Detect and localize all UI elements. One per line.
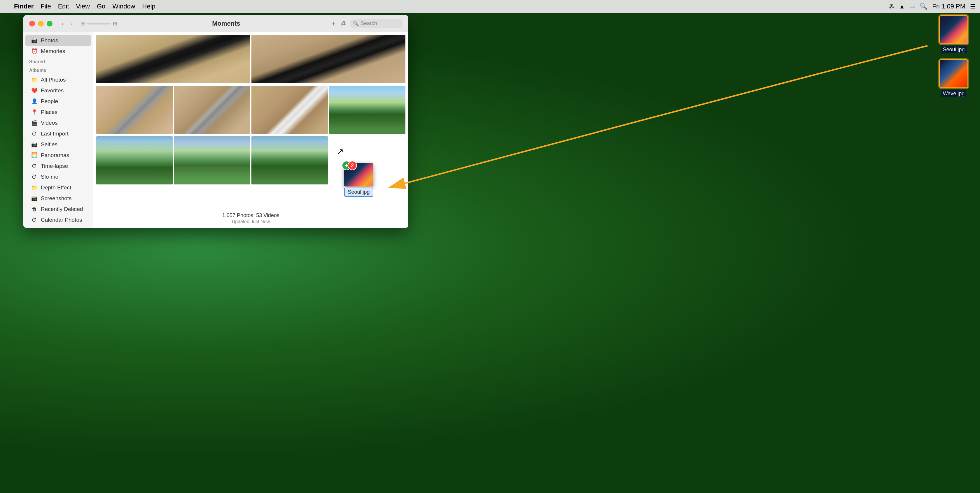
status-bar: 1,057 Photos, 53 Videos Updated Just Now [93, 209, 408, 228]
sidebar-videos-label: Videos [41, 120, 58, 126]
drag-label: Seoul.jpg [344, 188, 373, 197]
sidebar-item-depth-effect[interactable]: 📁 Depth Effect [25, 182, 91, 193]
toolbar-right: ＋ ⎙ 🔍 Search [331, 19, 402, 28]
sidebar-item-last-import[interactable]: ⏱ Last Import [25, 128, 91, 139]
movies-icon: ⏱ [31, 227, 38, 228]
clock: Fri 1:09 PM [932, 3, 966, 10]
sidebar-item-people[interactable]: 👤 People [25, 96, 91, 107]
menu-finder[interactable]: Finder [14, 3, 33, 10]
sidebar-item-time-lapse[interactable]: ⏱ Time-lapse [25, 161, 91, 171]
nav-arrows: ‹ › [58, 19, 76, 28]
wifi-icon[interactable]: ▲ [899, 3, 905, 10]
photo-tree-path-3[interactable] [251, 136, 328, 184]
sidebar-item-memories[interactable]: ⏰ Memories [25, 46, 91, 57]
menu-window[interactable]: Window [112, 3, 135, 10]
sidebar-slo-mo-label: Slo-mo [41, 174, 58, 180]
albums-section-label: Albums [23, 65, 93, 74]
zoom-slider[interactable] [87, 23, 111, 24]
photo-cable-coil[interactable] [96, 86, 173, 134]
menu-view[interactable]: View [76, 3, 90, 10]
sidebar-recently-deleted-label: Recently Deleted [41, 206, 83, 212]
sidebar-item-calendar-photos[interactable]: ⏱ Calendar Photos [25, 215, 91, 225]
sidebar-item-movies[interactable]: ⏱ Movies [25, 225, 91, 228]
window-controls [29, 21, 52, 27]
maximize-button[interactable] [47, 21, 52, 27]
add-button[interactable]: ＋ [331, 19, 337, 28]
all-photos-icon: 📁 [31, 76, 38, 83]
menu-file[interactable]: File [41, 3, 51, 10]
wave-label: Wave.jpg [941, 90, 966, 97]
photo-adapter[interactable] [251, 86, 328, 134]
window-title: Moments [122, 20, 331, 27]
window-titlebar: ‹ › ⊞ ⊟ Moments ＋ ⎙ 🔍 Search [23, 15, 408, 32]
search-icon: 🔍 [353, 21, 359, 26]
view-controls: ⊞ ⊟ [81, 21, 117, 27]
time-lapse-icon: ⏱ [31, 163, 38, 170]
search-box[interactable]: 🔍 Search [350, 19, 402, 28]
sidebar-people-label: People [41, 98, 58, 105]
sidebar-item-videos[interactable]: 🎬 Videos [25, 118, 91, 128]
selfies-icon: 📷 [31, 141, 38, 148]
sidebar-favorites-label: Favorites [41, 87, 64, 94]
sidebar-depth-effect-label: Depth Effect [41, 184, 71, 191]
videos-icon: 🎬 [31, 119, 38, 127]
sidebar-item-panoramas[interactable]: 🌅 Panoramas [25, 150, 91, 160]
seoul-label: Seoul.jpg [941, 46, 966, 53]
desktop-icon-seoul[interactable]: Seoul.jpg [936, 15, 971, 53]
forward-button[interactable]: › [68, 19, 76, 28]
sidebar-screenshots-label: Screenshots [41, 195, 72, 201]
sidebar-item-places[interactable]: 📍 Places [25, 107, 91, 117]
control-center-icon[interactable]: ☰ [970, 3, 975, 10]
sidebar-selfies-label: Selfies [41, 141, 57, 148]
menu-go[interactable]: Go [97, 3, 105, 10]
grid-icon: ⊞ [81, 21, 85, 27]
sidebar-item-slo-mo[interactable]: ⏱ Slo-mo [25, 171, 91, 182]
zoom-out-icon: ⊟ [113, 21, 117, 27]
photo-count: 1,057 Photos, 53 Videos [97, 212, 405, 219]
screenshots-icon: 📸 [31, 195, 38, 202]
desktop-items: Seoul.jpg Wave.jpg [936, 15, 971, 97]
photo-phone-right[interactable] [251, 35, 406, 83]
sidebar-item-selfies[interactable]: 📷 Selfies [25, 139, 91, 150]
photo-phone-left[interactable] [96, 35, 250, 83]
seoul-thumbnail [939, 15, 968, 44]
sidebar-item-favorites[interactable]: ❤️ Favorites [25, 86, 91, 96]
photo-tree-path-2[interactable] [174, 136, 250, 184]
search-icon[interactable]: 🔍 [920, 3, 928, 10]
sidebar-item-screenshots[interactable]: 📸 Screenshots [25, 193, 91, 204]
photos-icon: 📷 [31, 37, 38, 44]
share-button[interactable]: ⎙ [342, 20, 345, 27]
photo-row-2 [96, 86, 406, 135]
sidebar-time-lapse-label: Time-lapse [41, 163, 68, 169]
sidebar-calendar-photos-label: Calendar Photos [41, 217, 82, 223]
back-button[interactable]: ‹ [58, 19, 67, 28]
close-button[interactable] [29, 21, 35, 27]
minimize-button[interactable] [38, 21, 44, 27]
sidebar-item-all-photos[interactable]: 📁 All Photos [25, 75, 91, 85]
sidebar-memories-label: Memories [41, 48, 65, 54]
sidebar-photos-label: Photos [41, 37, 58, 44]
wave-image [940, 60, 967, 87]
bluetooth-icon[interactable]: ⁂ [889, 3, 894, 10]
calendar-photos-icon: ⏱ [31, 217, 38, 224]
people-icon: 👤 [31, 98, 38, 105]
menu-help[interactable]: Help [142, 3, 156, 10]
sidebar-item-recently-deleted[interactable]: 🗑 Recently Deleted [25, 204, 91, 214]
panoramas-icon: 🌅 [31, 152, 38, 159]
wave-thumbnail [939, 59, 968, 88]
sidebar-item-photos[interactable]: 📷 Photos [25, 35, 91, 46]
drag-icon: + 2 Seoul.jpg [344, 163, 373, 197]
photo-cables-two[interactable] [174, 86, 250, 134]
drag-count-badge: 2 [348, 161, 357, 170]
sidebar: 📷 Photos ⏰ Memories Shared Albums 📁 All … [23, 32, 93, 228]
slo-mo-icon: ⏱ [31, 173, 38, 180]
photo-tree-right[interactable] [329, 86, 406, 134]
photo-row-1 [96, 35, 406, 84]
menu-bar: Finder File Edit View Go Window Help ⁂ ▲… [0, 0, 980, 13]
sidebar-panoramas-label: Panoramas [41, 152, 69, 159]
desktop-icon-wave[interactable]: Wave.jpg [936, 59, 971, 97]
photo-tree-path-1[interactable] [96, 136, 173, 184]
window-body: 📷 Photos ⏰ Memories Shared Albums 📁 All … [23, 32, 408, 228]
menu-edit[interactable]: Edit [58, 3, 69, 10]
battery-icon[interactable]: ▭ [909, 3, 915, 10]
